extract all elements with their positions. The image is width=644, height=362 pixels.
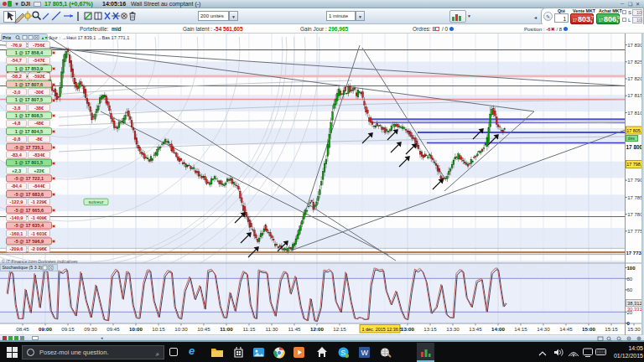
svg-text:-547€: -547€: [33, 58, 45, 63]
svg-text:17 773: 17 773: [626, 251, 642, 256]
svg-text:-140,9: -140,9: [10, 215, 23, 220]
svg-text:15:00: 15:00: [582, 326, 595, 332]
svg-text:13:15: 13:15: [423, 326, 437, 332]
svg-text:1 déc. 2015 12:36:5: 1 déc. 2015 12:36:5: [362, 327, 402, 332]
svg-text:1 @ 17 853,9: 1 @ 17 853,9: [15, 66, 43, 71]
svg-text:-30€: -30€: [34, 90, 44, 95]
svg-text:1 @ 17 801,5: 1 @ 17 801,5: [15, 160, 43, 165]
svg-text:11:30: 11:30: [265, 326, 278, 332]
svg-text:-48€: -48€: [34, 121, 44, 126]
svg-text:-1 409€: -1 409€: [31, 215, 48, 220]
svg-text:10:30: 10:30: [174, 326, 188, 332]
svg-text:-3,0: -3,0: [13, 90, 21, 95]
svg-text:-83,4: -83,4: [11, 153, 23, 158]
svg-text:14:30: 14:30: [537, 326, 550, 332]
svg-text:suiveur: suiveur: [88, 199, 103, 204]
svg-text:1 @ 17 807,6: 1 @ 17 807,6: [15, 82, 43, 87]
svg-text:14:15: 14:15: [514, 326, 527, 332]
svg-text:09:15: 09:15: [61, 326, 75, 332]
svg-text:12:00: 12:00: [310, 326, 324, 332]
svg-text:✖: ✖: [52, 208, 56, 213]
svg-text:✖: ✖: [52, 192, 56, 197]
svg-text:-756€: -756€: [33, 43, 45, 48]
svg-text:-76,9: -76,9: [11, 43, 22, 48]
svg-text:✖: ✖: [52, 145, 56, 150]
svg-text:✖: ✖: [52, 129, 56, 134]
svg-text:14:45: 14:45: [559, 326, 573, 332]
svg-text:08:45: 08:45: [16, 326, 29, 332]
svg-text:+2,3: +2,3: [12, 168, 21, 173]
svg-text:14:00: 14:00: [491, 326, 505, 332]
svg-text:1 @ 17 858,4: 1 @ 17 858,4: [15, 50, 44, 55]
svg-text:1 @ 17 804,5: 1 @ 17 804,5: [15, 129, 43, 134]
svg-text:Prix: Prix: [3, 35, 11, 40]
svg-text:100: 100: [627, 266, 636, 271]
svg-text:1 @ 17 807,5: 1 @ 17 807,5: [15, 97, 43, 102]
svg-text:✖: ✖: [52, 98, 56, 103]
svg-text:-122,9: -122,9: [10, 199, 23, 204]
svg-text:09:45: 09:45: [106, 326, 120, 332]
svg-text:60: 60: [627, 287, 633, 292]
svg-text:✖: ✖: [52, 224, 56, 229]
svg-text:-834€: -834€: [33, 153, 45, 158]
svg-text:10:45: 10:45: [197, 326, 210, 332]
svg-text:10:15: 10:15: [152, 326, 165, 332]
svg-text:Jour : →Haut 17 839,1 →Bas 17: Jour : →Haut 17 839,1 →Bas 17 771,1: [49, 35, 129, 40]
svg-text:W: W: [361, 349, 369, 357]
svg-text:-844€: -844€: [33, 184, 45, 189]
svg-text:09:00: 09:00: [39, 326, 52, 332]
svg-text:80: 80: [627, 277, 633, 282]
svg-text:-5 @ 17 596,9: -5 @ 17 596,9: [14, 239, 44, 244]
svg-text:13:30: 13:30: [446, 326, 460, 332]
svg-text:-58,2: -58,2: [11, 74, 22, 79]
svg-text:-5 @ 17 665,6: -5 @ 17 665,6: [14, 208, 44, 213]
svg-text:-54,7: -54,7: [11, 58, 22, 63]
svg-text:-2 096€: -2 096€: [31, 246, 48, 251]
svg-text:11:45: 11:45: [288, 326, 301, 332]
svg-text:-8€: -8€: [35, 137, 43, 142]
svg-text:13:00: 13:00: [401, 326, 414, 332]
svg-text:15:15: 15:15: [605, 326, 618, 332]
svg-text:12:15: 12:15: [333, 326, 346, 332]
svg-text:11:00: 11:00: [220, 326, 233, 332]
svg-text:-84,4: -84,4: [11, 184, 23, 189]
svg-text:dès: dès: [628, 136, 636, 141]
svg-text:38,312: 38,312: [627, 301, 642, 306]
svg-text:-0,8: -0,8: [13, 137, 21, 142]
svg-text:+22€: +22€: [34, 168, 44, 173]
svg-text:-3,8: -3,8: [13, 106, 21, 111]
svg-text:-209,6: -209,6: [10, 246, 23, 251]
svg-text:Stochastique (5 3 3): Stochastique (5 3 3): [3, 265, 43, 270]
svg-text:✖: ✖: [52, 50, 56, 55]
svg-text:09:30: 09:30: [84, 326, 97, 332]
svg-text:-5 @ 17 683,6: -5 @ 17 683,6: [14, 192, 44, 197]
svg-text:30,331: 30,331: [627, 307, 642, 312]
svg-text:-592€: -592€: [33, 74, 45, 79]
svg-text:-4,8: -4,8: [13, 121, 21, 126]
svg-text:1 @ 17 808,5: 1 @ 17 808,5: [15, 113, 43, 118]
svg-text:✖: ✖: [52, 82, 56, 87]
svg-text:-5 @ 17 722,1: -5 @ 17 722,1: [14, 176, 44, 181]
svg-text:-38€: -38€: [34, 106, 44, 111]
svg-text:✖: ✖: [52, 161, 56, 166]
svg-text:✖: ✖: [52, 239, 56, 244]
svg-text:✖: ✖: [52, 66, 56, 71]
svg-text:10:00: 10:00: [129, 326, 143, 332]
svg-text:✖: ✖: [52, 176, 56, 181]
svg-text:13:45: 13:45: [469, 326, 482, 332]
svg-text:© IT-Finance.com Données indic: © IT-Finance.com Données indicatives: [2, 259, 78, 264]
svg-text:-160,1: -160,1: [10, 231, 23, 236]
svg-text:-5 @ 17 635,4: -5 @ 17 635,4: [14, 223, 44, 228]
svg-text:-1 601€: -1 601€: [31, 231, 48, 236]
svg-text:17 800: 17 800: [626, 144, 643, 150]
svg-text:-1 229€: -1 229€: [31, 199, 48, 204]
svg-text:15:30: 15:30: [627, 326, 641, 332]
svg-text:✖: ✖: [52, 113, 56, 118]
svg-text:-5 @ 17 735,1: -5 @ 17 735,1: [14, 145, 44, 150]
svg-text:11:15: 11:15: [242, 326, 256, 332]
